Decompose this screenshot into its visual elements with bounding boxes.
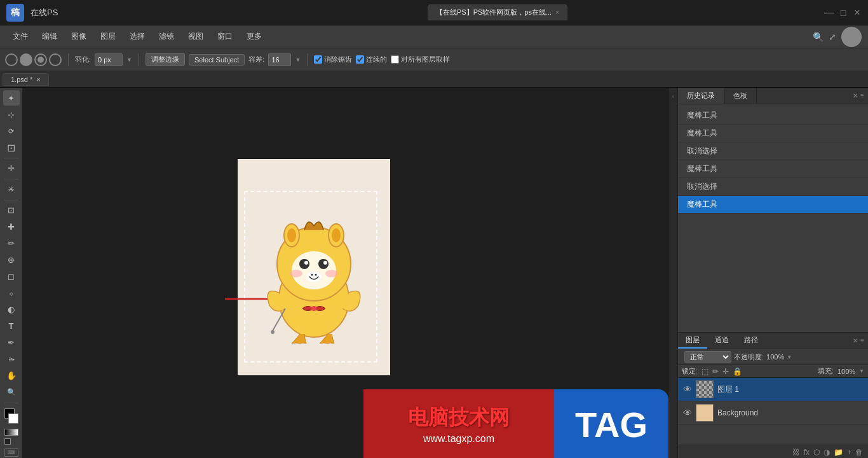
select-tool-btn[interactable]: ⊹ <box>3 107 20 122</box>
panel-menu-icon[interactable]: ≡ <box>860 92 864 99</box>
tab-channels[interactable]: 通道 <box>707 333 736 349</box>
magic-wand-tool-btn[interactable]: ✦ <box>3 90 20 106</box>
history-item-1[interactable]: 魔棒工具 <box>678 107 868 125</box>
brush-tool-btn[interactable]: ✏ <box>3 236 20 251</box>
text-tool-btn[interactable]: T <box>3 319 20 334</box>
menu-file[interactable]: 文件 <box>6 29 34 45</box>
menu-more[interactable]: 更多 <box>240 29 268 45</box>
link-layers-icon[interactable]: ⛓ <box>792 448 800 457</box>
blend-mode-select[interactable]: 正常 溶解 正片叠底 <box>684 351 731 363</box>
keyboard-shortcut-hint[interactable]: ⌨ <box>4 448 18 457</box>
panel-collapse-btn[interactable]: ‹ <box>668 88 677 458</box>
color-swatches[interactable] <box>3 408 20 425</box>
minimize-button[interactable]: — <box>825 8 834 17</box>
main-layout: ✦ ⊹ ⟳ ⊡ ✛ ✳ ⊡ ✚ ✏ ⊕ ◻ ⬦ ◐ T ✒ ⌲ ✋ 🔍 ⌨ <box>0 88 868 458</box>
maximize-button[interactable]: □ <box>839 8 848 17</box>
history-list: 魔棒工具 魔棒工具 取消选择 魔棒工具 取消选择 魔棒工具 <box>678 104 868 332</box>
tool-circle-3[interactable] <box>34 53 47 66</box>
watermark-tag-area: TAG <box>554 389 668 458</box>
new-group-icon[interactable]: 📁 <box>834 448 843 457</box>
lasso-tool-btn[interactable]: ⟳ <box>3 123 20 139</box>
file-tab-psd[interactable]: 1.psd * × <box>3 73 49 86</box>
delete-layer-icon[interactable]: 🗑 <box>855 448 863 457</box>
opacity-dropdown[interactable]: ▼ <box>787 354 792 360</box>
separator-2 <box>139 53 139 66</box>
add-mask-icon[interactable]: ⬡ <box>813 448 820 457</box>
tab-layers[interactable]: 图层 <box>678 333 707 349</box>
select-subject-button[interactable]: Select Subject <box>189 54 245 66</box>
heal-tool-btn[interactable]: ✚ <box>3 219 20 235</box>
history-item-6[interactable]: 魔棒工具 <box>678 196 868 214</box>
svg-point-14 <box>311 274 313 276</box>
menu-window[interactable]: 窗口 <box>211 29 239 45</box>
all-layers-checkbox[interactable] <box>391 55 399 64</box>
lock-transparency-icon[interactable]: ⬚ <box>702 367 709 376</box>
dodge-tool-btn[interactable]: ◐ <box>3 302 20 317</box>
tab-paths[interactable]: 路径 <box>736 333 766 349</box>
canvas-area[interactable]: 电脑技术网 www.tagxp.com TAG <box>23 88 668 458</box>
eraser-tool-btn[interactable]: ◻ <box>3 269 20 284</box>
lock-paint-icon[interactable]: ✏ <box>712 367 719 376</box>
layers-close-icon[interactable]: ✕ <box>853 337 858 344</box>
contiguous-checkbox-wrap[interactable]: 连续的 <box>356 55 387 64</box>
tool-circle-1[interactable] <box>5 53 18 66</box>
history-item-4[interactable]: 魔棒工具 <box>678 160 868 178</box>
file-tab-close[interactable]: × <box>36 76 40 83</box>
hand-tool-btn[interactable]: ✋ <box>3 368 20 384</box>
quick-select-btn[interactable]: ✳ <box>3 182 20 197</box>
layer-item-background[interactable]: 👁 Background <box>678 401 868 425</box>
svg-point-9 <box>304 261 308 265</box>
background-color[interactable] <box>8 413 18 424</box>
move-tool-btn[interactable]: ✛ <box>3 161 20 176</box>
adjust-edges-button[interactable]: 调整边缘 <box>146 53 185 66</box>
fullscreen-icon[interactable]: ⤢ <box>829 32 836 42</box>
new-adjustment-icon[interactable]: ◑ <box>824 448 830 457</box>
layer-visibility-bg[interactable]: 👁 <box>683 408 692 418</box>
tab-swatches[interactable]: 色板 <box>724 88 757 104</box>
quick-mask-icon[interactable] <box>4 438 11 445</box>
menu-view[interactable]: 视图 <box>182 29 210 45</box>
lock-move-icon[interactable]: ✛ <box>722 367 729 376</box>
clone-tool-btn[interactable]: ⊕ <box>3 253 20 268</box>
tool-circle-2[interactable] <box>20 53 32 66</box>
all-layers-checkbox-wrap[interactable]: 对所有图层取样 <box>391 55 450 64</box>
gradient-swatch[interactable] <box>4 429 18 436</box>
layer-item-1[interactable]: 👁 图层 1 <box>678 378 868 401</box>
tolerance-input[interactable] <box>268 53 291 66</box>
crop-tool-btn[interactable]: ⊡ <box>3 203 20 218</box>
menu-right: 🔍 ⤢ <box>813 27 862 47</box>
anti-alias-checkbox[interactable] <box>314 55 322 64</box>
panel-close-icon[interactable]: ✕ <box>853 92 858 99</box>
layer-visibility-1[interactable]: 👁 <box>683 384 692 394</box>
avatar[interactable] <box>841 27 862 47</box>
history-item-3[interactable]: 取消选择 <box>678 142 868 160</box>
tab-close-btn[interactable]: × <box>555 9 559 16</box>
eyedropper-tool-btn[interactable]: ⌲ <box>3 352 20 367</box>
fill-dropdown[interactable]: ▼ <box>859 368 864 374</box>
tab-history[interactable]: 历史记录 <box>678 88 724 104</box>
marquee-tool-btn[interactable]: ⊡ <box>3 140 20 155</box>
browser-tab[interactable]: 【在线PS】PS软件网页版，ps在线... × <box>428 4 567 20</box>
anti-alias-checkbox-wrap[interactable]: 消除锯齿 <box>314 55 352 64</box>
search-icon[interactable]: 🔍 <box>813 32 824 42</box>
fill-tool-btn[interactable]: ⬦ <box>3 286 20 301</box>
feather-input[interactable] <box>95 53 123 66</box>
close-button[interactable]: × <box>853 8 862 17</box>
history-item-2[interactable]: 魔棒工具 <box>678 125 868 142</box>
new-layer-icon[interactable]: + <box>847 448 851 457</box>
history-item-5[interactable]: 取消选择 <box>678 178 868 196</box>
menu-edit[interactable]: 编辑 <box>36 29 64 45</box>
pen-tool-btn[interactable]: ✒ <box>3 335 20 350</box>
menu-layer[interactable]: 图层 <box>94 29 122 45</box>
menu-image[interactable]: 图像 <box>65 29 93 45</box>
layers-menu-icon[interactable]: ≡ <box>860 337 864 344</box>
zoom-tool-btn[interactable]: 🔍 <box>3 385 20 400</box>
tolerance-dropdown-icon[interactable]: ▼ <box>295 57 301 63</box>
menu-filter[interactable]: 滤镜 <box>153 29 180 45</box>
feather-dropdown-icon[interactable]: ▼ <box>126 57 132 63</box>
lock-all-icon[interactable]: 🔒 <box>733 367 742 376</box>
menu-select[interactable]: 选择 <box>123 29 151 45</box>
tool-circle-4[interactable] <box>49 53 62 66</box>
contiguous-checkbox[interactable] <box>356 55 364 64</box>
add-style-icon[interactable]: fx <box>804 448 810 457</box>
